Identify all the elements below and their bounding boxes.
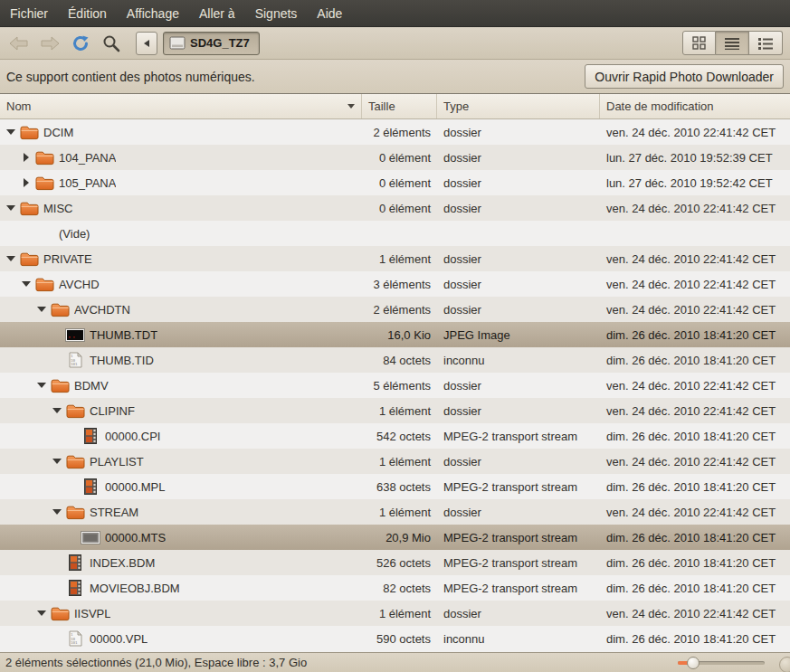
table-row[interactable]: 00000.CPI 542 octets MPEG-2 transport st… [0,423,790,449]
back-button[interactable] [5,31,33,56]
zoom-slider-track[interactable] [678,661,765,665]
back-icon [9,36,29,51]
expander-slot[interactable] [34,383,49,388]
column-header-name-label: Nom [6,99,31,113]
expander-slot[interactable] [4,205,18,211]
table-row[interactable]: BDMV 5 éléments dossier ven. 24 déc. 201… [0,373,790,398]
expander-slot[interactable] [19,153,33,162]
menu-signets[interactable]: Signets [245,0,308,26]
breadcrumb-scroll-left-button[interactable] [136,32,157,55]
folder-icon [49,302,71,317]
expander-slot[interactable] [4,256,18,261]
window-resize-grip[interactable] [779,657,790,672]
menu-aide[interactable]: Aide [307,0,352,26]
menu-fichier[interactable]: Fichier [0,0,58,26]
menu-affichage[interactable]: Affichage [117,0,189,26]
cell-type: MPEG-2 transport stream [437,556,600,570]
column-header-name[interactable]: Nom [0,94,362,118]
cell-size: 0 élément [362,176,437,190]
file-name-label: DCIM [43,126,73,139]
expander-expanded-icon [52,408,62,413]
expander-slot[interactable] [19,178,33,187]
cell-date: ven. 24 déc. 2010 22:41:42 CET [600,278,790,291]
expander-slot[interactable] [19,281,33,287]
expander-slot[interactable] [34,610,49,616]
file-name-label: 00000.MTS [105,531,166,544]
table-row[interactable]: 105_PANA 0 élément dossier lun. 27 déc. … [0,170,790,195]
cell-size: 1 élément [362,607,437,620]
cell-size: 84 octets [362,354,437,367]
toolbar: SD4G_TZ7 [0,27,790,60]
table-row[interactable]: IISVPL 1 élément dossier ven. 24 déc. 20… [0,601,790,626]
media-infobar: Ce support contient des photos numérique… [0,60,790,94]
table-row[interactable]: 104_PANA 0 élément dossier lun. 27 déc. … [0,145,790,170]
table-row[interactable]: CLIPINF 1 élément dossier ven. 24 déc. 2… [0,398,790,423]
open-rapid-photo-downloader-button[interactable]: Ouvrir Rapid Photo Downloader [585,64,784,89]
refresh-button[interactable] [67,31,94,56]
table-row[interactable]: THUMB.TDT 16,0 Kio JPEG Image dim. 26 dé… [0,322,790,347]
table-row[interactable]: MISC 0 élément dossier ven. 24 déc. 2010… [0,195,790,221]
cell-type: dossier [437,404,600,418]
expander-slot[interactable] [50,459,64,464]
cell-date: dim. 26 déc. 2010 18:41:20 CET [600,582,790,595]
table-row[interactable]: PLAYLIST 1 élément dossier ven. 24 déc. … [0,449,790,474]
table-row[interactable]: DCIM 2 éléments dossier ven. 24 déc. 201… [0,119,790,145]
expander-slot[interactable] [4,129,18,135]
table-row[interactable]: 1 10 101 THUMB.TID 84 octets inconnu dim… [0,347,790,373]
cell-type: dossier [437,607,600,620]
expander-expanded-icon [6,129,15,135]
breadcrumb-path-button[interactable]: SD4G_TZ7 [163,32,260,55]
cell-date: dim. 26 déc. 2010 18:41:20 CET [600,354,790,367]
folder-icon [33,277,55,292]
folder-icon [49,606,71,621]
cell-date: ven. 24 déc. 2010 22:41:42 CET [600,252,790,266]
table-row[interactable]: AVCHD 3 éléments dossier ven. 24 déc. 20… [0,271,790,297]
menu-edition[interactable]: Édition [58,0,117,26]
cell-size: 1 élément [362,404,437,418]
table-row[interactable]: PRIVATE 1 élément dossier ven. 24 déc. 2… [0,246,790,271]
column-header-type[interactable]: Type [437,94,600,118]
cell-type: inconnu [437,632,600,646]
search-button[interactable] [98,31,125,56]
cell-type: dossier [437,126,600,139]
table-row[interactable]: AVCHDTN 2 éléments dossier ven. 24 déc. … [0,297,790,322]
forward-button[interactable] [36,31,63,56]
table-row[interactable]: 00000.MPL 638 octets MPEG-2 transport st… [0,474,790,499]
table-row[interactable]: INDEX.BDM 526 octets MPEG-2 transport st… [0,550,790,575]
cell-name: (Vide) [0,227,362,241]
zoom-slider-knob[interactable] [687,657,700,669]
cell-type: dossier [437,151,600,165]
cell-date: ven. 24 déc. 2010 22:41:42 CET [600,379,790,393]
cell-date: lun. 27 déc. 2010 19:52:39 CET [600,151,790,165]
table-row[interactable]: (Vide) [0,221,790,246]
zoom-slider[interactable] [678,653,765,672]
cell-size: 1 élément [362,506,437,519]
table-row[interactable]: MOVIEOBJ.BDM 82 octets MPEG-2 transport … [0,575,790,601]
menu-aller-a[interactable]: Aller à [189,0,245,26]
video-file-icon [80,428,101,444]
cell-size: 5 éléments [362,379,437,393]
cell-size: 20,9 Mio [362,531,437,544]
icon-view-button[interactable] [682,31,716,55]
forward-icon [40,36,60,51]
search-icon [102,34,120,52]
file-name-label: (Vide) [59,227,90,241]
column-header-size[interactable]: Taille [362,94,437,118]
table-row[interactable]: STREAM 1 élément dossier ven. 24 déc. 20… [0,499,790,525]
expander-slot[interactable] [50,509,64,515]
file-name-label: AVCHDTN [74,303,130,317]
cell-name: PLAYLIST [0,454,362,469]
file-name-label: 104_PANA [59,151,116,165]
table-row[interactable]: 00000.MTS 20,9 Mio MPEG-2 transport stre… [0,525,790,550]
cell-type: dossier [437,252,600,266]
table-row[interactable]: 1 10 101 00000.VPL 590 octets inconnu di… [0,626,790,651]
cell-type: dossier [437,176,600,190]
compact-view-button[interactable] [749,31,783,55]
cell-name: STREAM [0,505,362,520]
column-header-date[interactable]: Date de modification [600,94,790,118]
expander-slot[interactable] [50,408,64,413]
folder-icon [18,201,40,216]
list-view-button[interactable] [716,31,749,55]
expander-slot[interactable] [34,307,49,312]
file-name-label: AVCHD [59,278,100,291]
